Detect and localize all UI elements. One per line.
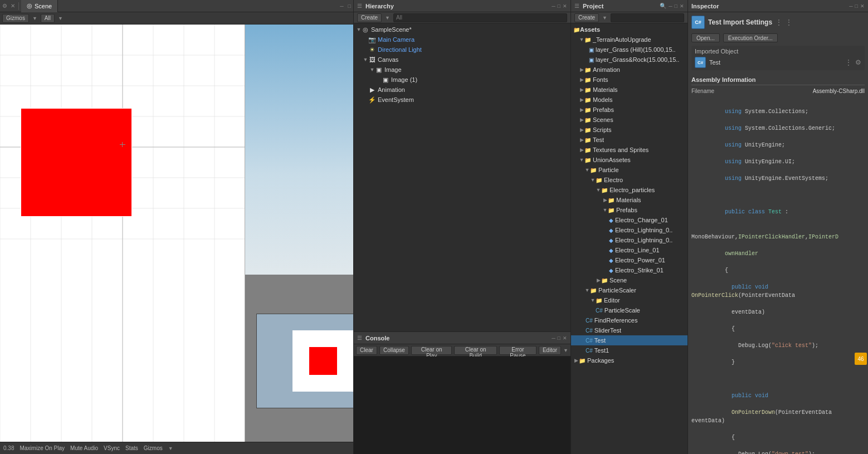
proj-findreferences[interactable]: C# FindReferences: [571, 315, 687, 325]
project-close[interactable]: ✕: [680, 3, 684, 9]
proj-layer-grass-rock[interactable]: ▣ layer_Grass&Rock(15.000,15..: [571, 55, 687, 65]
proj-fonts[interactable]: ▶ 📁 Fonts: [571, 75, 687, 85]
proj-test1-cs[interactable]: C# Test1: [571, 345, 687, 355]
execution-order-button[interactable]: Execution Order...: [723, 33, 778, 42]
maximize-play-btn[interactable]: Maximize On Play: [19, 445, 65, 451]
strike-icon: ◆: [609, 267, 613, 274]
proj-scenes[interactable]: ▶ 📁 Scenes: [571, 115, 687, 125]
project-minimize[interactable]: ─: [669, 3, 672, 9]
hier-image[interactable]: ▼ ▣ Image: [354, 65, 570, 75]
proj-materials-sub[interactable]: ▶ 📁 Materials: [571, 195, 687, 205]
proj-electro-power[interactable]: ◆ Electro_Power_01: [571, 255, 687, 265]
proj-scripts[interactable]: ▶ 📁 Scripts: [571, 125, 687, 135]
tab-scene[interactable]: ◎ Scene: [21, 0, 58, 12]
imported-options[interactable]: ⋮: [845, 58, 852, 66]
console-editor-btn[interactable]: Editor: [539, 346, 561, 355]
console-minimize[interactable]: ─: [552, 335, 555, 341]
project-create-btn[interactable]: Create: [574, 13, 599, 22]
hier-maximize[interactable]: □: [558, 3, 560, 9]
hierarchy-scene[interactable]: ▼ ◎ SampleScene*: [354, 25, 570, 35]
gizmos-status-btn[interactable]: Gizmos: [144, 445, 163, 451]
proj-packages[interactable]: ▶ 📁 Packages: [571, 355, 687, 365]
proj-materials[interactable]: ▶ 📁 Materials: [571, 85, 687, 95]
console-collapse-btn[interactable]: Collapse: [379, 346, 409, 355]
console-close[interactable]: ✕: [563, 335, 567, 341]
mute-audio-btn[interactable]: Mute Audio: [70, 445, 98, 451]
lightning2-label: Electro_Lightning_0..: [615, 237, 672, 243]
imported-gear[interactable]: ⚙: [855, 58, 861, 66]
proj-scene-sub[interactable]: ▶ 📁 Scene: [571, 275, 687, 285]
image-icon: ▣: [375, 66, 383, 74]
proj-electro-lightning2[interactable]: ◆ Electro_Lightning_0..: [571, 235, 687, 245]
scene-icon: ◎: [27, 2, 32, 9]
proj-slidertest[interactable]: C# SliderTest: [571, 325, 687, 335]
line-icon: ◆: [609, 247, 613, 253]
hierarchy-toolbar: Create ▼: [354, 12, 570, 23]
inspector-more-icon[interactable]: ⋮: [786, 18, 792, 26]
maximize-icon[interactable]: □: [348, 3, 353, 9]
insp-minimize[interactable]: ─: [849, 3, 852, 9]
proj-test-folder[interactable]: ▶ 📁 Test: [571, 135, 687, 145]
all-button[interactable]: All: [41, 14, 55, 23]
proj-particle[interactable]: ▼ 📁 Particle: [571, 165, 687, 175]
hier-eventsystem[interactable]: ⚡ EventSystem: [354, 95, 570, 105]
proj-animation[interactable]: ▶ 📁 Animation: [571, 65, 687, 75]
proj-electro-strike[interactable]: ◆ Electro_Strike_01: [571, 265, 687, 275]
project-create-dropdown[interactable]: ▼: [602, 15, 607, 21]
console-clear-play-btn[interactable]: Clear on Play: [411, 346, 452, 355]
console-content[interactable]: [354, 357, 570, 454]
hier-main-camera[interactable]: 📷 Main Camera: [354, 35, 570, 45]
proj-assets-header[interactable]: 📁 Assets: [571, 25, 687, 35]
hierarchy-search[interactable]: [393, 13, 567, 22]
proj-electro-lightning1[interactable]: ◆ Electro_Lightning_0..: [571, 225, 687, 235]
console-clear-btn[interactable]: Clear: [356, 346, 377, 355]
proj-layer-grass-hill[interactable]: ▣ layer_Grass (Hill)(15.000,15..: [571, 45, 687, 55]
console-clear-build-btn[interactable]: Clear on Build: [454, 346, 496, 355]
power-icon: ◆: [609, 257, 613, 263]
proj-electro-line[interactable]: ◆ Electro_Line_01: [571, 245, 687, 255]
console-error-pause-btn[interactable]: Error Pause: [499, 346, 537, 355]
insp-maximize[interactable]: □: [855, 3, 858, 9]
proj-particlescaler[interactable]: ▼ 📁 ParticleScaler: [571, 285, 687, 295]
proj-models[interactable]: ▶ 📁 Models: [571, 95, 687, 105]
minimize-icon[interactable]: ─: [340, 3, 345, 9]
console-maximize[interactable]: □: [558, 335, 560, 341]
project-search-input[interactable]: [611, 13, 684, 22]
proj-prefabs[interactable]: ▶ 📁 Prefabs: [571, 105, 687, 115]
inspector-code-block: using System.Collections; using System.C…: [691, 99, 865, 454]
project-maximize[interactable]: □: [675, 3, 677, 9]
hier-minimize[interactable]: ─: [552, 3, 555, 9]
proj-electro[interactable]: ▼ 📁 Electro: [571, 175, 687, 185]
preview-red-box: [309, 347, 337, 375]
stats-btn[interactable]: Stats: [125, 445, 138, 451]
hier-canvas[interactable]: ▼ 🖼 Canvas: [354, 55, 570, 65]
proj-editor[interactable]: ▼ 📁 Editor: [571, 295, 687, 305]
insp-close[interactable]: ✕: [860, 3, 865, 9]
vsync-btn[interactable]: VSync: [104, 445, 120, 451]
console-toolbar: Clear Collapse Clear on Play Clear on Bu…: [354, 344, 570, 357]
project-content[interactable]: 📁 Assets ▼ 📁 _TerrainAutoUpgrade ▣ layer…: [571, 23, 687, 454]
hier-close[interactable]: ✕: [563, 3, 567, 9]
proj-test-cs[interactable]: C# Test: [571, 335, 687, 345]
inspector-options-icon[interactable]: ⋮: [776, 18, 782, 26]
project-search-icon[interactable]: 🔍: [660, 3, 666, 9]
hierarchy-content[interactable]: ▼ ◎ SampleScene* 📷 Main Camera ☀ Directi…: [354, 23, 570, 331]
hier-directional-light[interactable]: ☀ Directional Light: [354, 45, 570, 55]
proj-electro-particles[interactable]: ▼ 📁 Electro_particles: [571, 185, 687, 195]
hier-image1[interactable]: ▣ Image (1): [354, 75, 570, 85]
create-dropdown[interactable]: ▼: [385, 15, 390, 21]
scene-editor-canvas[interactable]: [0, 25, 245, 442]
gizmos-button[interactable]: Gizmos: [2, 14, 29, 23]
gizmos-dropdown[interactable]: ▼: [168, 446, 173, 451]
proj-terrain[interactable]: ▼ 📁 _TerrainAutoUpgrade: [571, 35, 687, 45]
proj-particlescale[interactable]: C# ParticleScale: [571, 305, 687, 315]
hier-animation[interactable]: ▶ Animation: [354, 85, 570, 95]
proj-electro-charge[interactable]: ◆ Electro_Charge_01: [571, 215, 687, 225]
hierarchy-create-btn[interactable]: Create: [357, 13, 382, 22]
editor-dropdown[interactable]: ▼: [563, 348, 568, 353]
proj-textures-sprites[interactable]: ▶ 📁 Textures and Sprites: [571, 145, 687, 155]
open-button[interactable]: Open...: [691, 33, 720, 42]
anim-folder-arrow: ▶: [579, 67, 584, 72]
proj-unionassetes[interactable]: ▼ 📁 UnionAssetes: [571, 155, 687, 165]
proj-prefabs-sub[interactable]: ▼ 📁 Prefabs: [571, 205, 687, 215]
